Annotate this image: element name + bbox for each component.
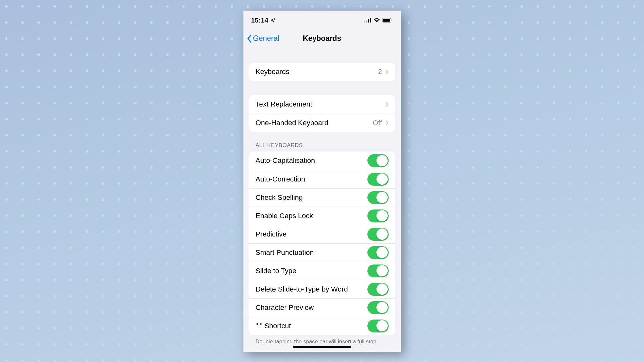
keyboards-cell-label: Keyboards — [256, 68, 378, 76]
toggle-cell: Check Spelling — [249, 188, 395, 207]
text-options-group: Text Replacement One-Handed Keyboard Off — [249, 95, 395, 132]
toggle-label: Check Spelling — [256, 193, 367, 202]
toggle-knob — [376, 302, 388, 313]
chevron-right-icon — [385, 69, 389, 75]
chevron-right-icon — [385, 102, 389, 107]
svg-rect-2 — [368, 19, 369, 23]
toggle-cell: Smart Punctuation — [249, 243, 395, 262]
toggle-knob — [376, 173, 388, 185]
toggle-knob — [376, 265, 388, 276]
status-bar: 15:14 — [243, 11, 401, 30]
toggle-switch[interactable] — [367, 209, 389, 222]
svg-rect-6 — [392, 19, 392, 21]
shortcut-footer: Double-tapping the space bar will insert… — [256, 338, 389, 346]
cellular-signal-icon — [364, 18, 371, 23]
page-title: Keyboards — [303, 34, 341, 43]
status-bar-left: 15:14 — [251, 16, 276, 24]
one-handed-keyboard-cell[interactable]: One-Handed Keyboard Off — [249, 114, 395, 132]
toggle-label: Auto-Correction — [256, 175, 367, 183]
svg-rect-0 — [364, 21, 365, 23]
toggle-knob — [376, 210, 388, 221]
toggle-knob — [376, 283, 388, 295]
svg-rect-3 — [370, 18, 371, 23]
status-time: 15:14 — [251, 16, 269, 24]
one-handed-keyboard-label: One-Handed Keyboard — [256, 119, 373, 127]
toggle-cell: Character Preview — [249, 298, 395, 317]
settings-content: Keyboards 2 Text Replacement — [243, 47, 401, 352]
toggle-label: Auto-Capitalisation — [256, 156, 367, 165]
toggle-switch[interactable] — [367, 228, 389, 241]
toggle-label: Delete Slide-to-Type by Word — [256, 285, 367, 293]
home-indicator[interactable] — [293, 346, 351, 348]
toggle-label: Enable Caps Lock — [256, 212, 367, 220]
toggle-cell: Enable Caps Lock — [249, 207, 395, 225]
one-handed-keyboard-value: Off — [373, 119, 382, 127]
toggle-knob — [376, 228, 388, 240]
toggle-knob — [376, 155, 388, 166]
toggle-cell: Delete Slide-to-Type by Word — [249, 280, 395, 298]
toggle-label: Slide to Type — [256, 267, 367, 275]
keyboards-cell[interactable]: Keyboards 2 — [249, 63, 395, 81]
toggle-knob — [376, 320, 388, 331]
battery-icon — [382, 18, 393, 23]
text-replacement-label: Text Replacement — [256, 100, 385, 108]
toggle-label: Predictive — [256, 230, 367, 238]
chevron-left-icon — [247, 34, 252, 43]
nav-bar: General Keyboards — [243, 30, 401, 47]
svg-rect-1 — [366, 20, 367, 23]
keyboards-group: Keyboards 2 — [249, 63, 395, 81]
all-keyboards-group: Auto-CapitalisationAuto-CorrectionCheck … — [249, 152, 395, 335]
toggle-label: "." Shortcut — [256, 322, 367, 330]
all-keyboards-header: ALL KEYBOARDS — [256, 142, 395, 149]
toggle-cell: Auto-Correction — [249, 170, 395, 188]
wifi-icon — [374, 18, 380, 23]
svg-rect-5 — [383, 19, 390, 22]
toggle-switch[interactable] — [367, 191, 389, 204]
keyboards-count: 2 — [378, 68, 382, 76]
toggle-switch[interactable] — [367, 301, 389, 314]
toggle-cell: Predictive — [249, 225, 395, 243]
back-label: General — [253, 34, 279, 43]
toggle-cell: "." Shortcut — [249, 317, 395, 335]
toggle-switch[interactable] — [367, 246, 389, 259]
toggle-switch[interactable] — [367, 265, 389, 277]
toggle-knob — [376, 247, 388, 258]
toggle-knob — [376, 192, 388, 203]
phone-frame: 15:14 — [243, 11, 401, 352]
text-replacement-cell[interactable]: Text Replacement — [249, 95, 395, 114]
toggle-switch[interactable] — [367, 320, 389, 332]
location-arrow-icon — [270, 18, 275, 23]
toggle-label: Smart Punctuation — [256, 248, 367, 257]
toggle-switch[interactable] — [367, 283, 389, 296]
toggle-label: Character Preview — [256, 303, 367, 312]
toggle-cell: Slide to Type — [249, 262, 395, 280]
toggle-switch[interactable] — [367, 173, 389, 186]
toggle-switch[interactable] — [367, 154, 389, 167]
status-bar-right — [364, 18, 393, 23]
back-button[interactable]: General — [247, 34, 279, 43]
toggle-cell: Auto-Capitalisation — [249, 152, 395, 170]
chevron-right-icon — [385, 120, 389, 125]
